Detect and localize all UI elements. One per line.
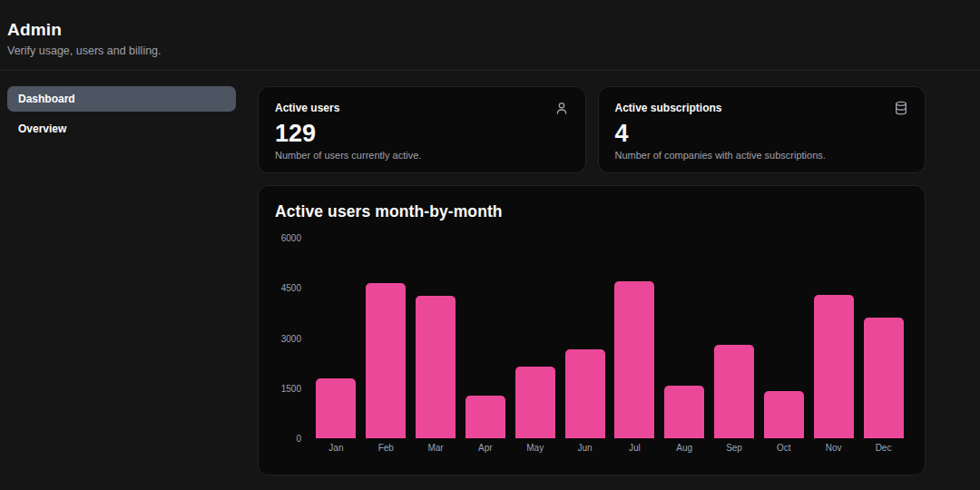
bar-slot-jan <box>311 238 361 438</box>
page-title: Admin <box>7 20 973 40</box>
stat-label: Active subscriptions <box>615 102 722 114</box>
bar-jun <box>565 349 605 438</box>
stats-row: Active users 129 Number of users current… <box>258 86 926 173</box>
y-tick-0: 0 <box>296 434 301 444</box>
bar-aug <box>664 386 704 438</box>
y-tick-3000: 3000 <box>281 333 301 343</box>
x-tick-feb: Feb <box>361 443 411 453</box>
x-tick-jul: Jul <box>610 443 660 453</box>
stat-description: Number of companies with active subscrip… <box>615 150 909 161</box>
bar-chart: 01500300045006000 JanFebMarAprMayJunJulA… <box>275 238 908 453</box>
bar-feb <box>366 283 406 438</box>
chart-plot: JanFebMarAprMayJunJulAugSepOctNovDec <box>311 238 908 453</box>
y-tick-1500: 1500 <box>281 383 301 393</box>
x-tick-dec: Dec <box>858 443 908 453</box>
y-tick-6000: 6000 <box>281 233 301 243</box>
sidebar-item-overview[interactable]: Overview <box>7 116 236 142</box>
active-subscriptions-card: Active subscriptions 4 Number of compani… <box>598 86 926 173</box>
bar-oct <box>764 391 804 438</box>
stat-value: 129 <box>275 121 569 148</box>
bar-slot-mar <box>411 238 461 438</box>
database-icon <box>894 101 908 115</box>
active-users-card: Active users 129 Number of users current… <box>258 86 586 173</box>
bar-slot-nov <box>808 238 858 438</box>
bar-jan <box>316 378 356 438</box>
bar-slot-jun <box>560 238 610 438</box>
stat-label: Active users <box>275 102 339 114</box>
y-tick-4500: 4500 <box>281 283 301 293</box>
sidebar: Dashboard Overview <box>7 86 236 475</box>
bar-slot-apr <box>460 238 510 438</box>
bar-slot-jul <box>610 238 660 438</box>
bar-apr <box>466 396 505 438</box>
bar-mar <box>416 296 456 438</box>
bar-slot-feb <box>361 238 411 438</box>
sidebar-item-label: Dashboard <box>18 93 75 105</box>
x-tick-mar: Mar <box>411 443 461 453</box>
bar-slot-sep <box>710 238 760 438</box>
bar-slot-oct <box>759 238 808 438</box>
stat-value: 4 <box>615 121 909 148</box>
sidebar-item-dashboard[interactable]: Dashboard <box>7 86 236 112</box>
bar-slot-dec <box>858 238 908 438</box>
bar-slot-may <box>510 238 560 438</box>
x-tick-jan: Jan <box>311 443 361 453</box>
content: Dashboard Overview Active users 129 <box>0 71 980 475</box>
x-tick-oct: Oct <box>759 443 808 453</box>
bar-jul <box>614 281 654 438</box>
y-axis: 01500300045006000 <box>275 238 311 438</box>
x-tick-aug: Aug <box>660 443 710 453</box>
x-tick-sep: Sep <box>710 443 760 453</box>
stat-description: Number of users currently active. <box>275 150 569 161</box>
x-tick-jun: Jun <box>560 443 610 453</box>
bars <box>311 238 908 438</box>
x-tick-may: May <box>510 443 560 453</box>
x-axis: JanFebMarAprMayJunJulAugSepOctNovDec <box>311 443 908 453</box>
bar-nov <box>814 295 854 438</box>
main-panel: Active users 129 Number of users current… <box>258 86 926 475</box>
x-tick-apr: Apr <box>460 443 510 453</box>
sidebar-item-label: Overview <box>18 122 66 135</box>
chart-title: Active users month-by-month <box>275 202 908 221</box>
user-icon <box>554 101 569 115</box>
x-tick-nov: Nov <box>808 443 858 453</box>
bar-slot-aug <box>660 238 710 438</box>
page-subtitle: Verify usage, users and billing. <box>7 44 973 57</box>
bar-sep <box>714 345 754 438</box>
bar-dec <box>864 318 904 438</box>
bar-may <box>515 367 555 438</box>
page-header: Admin Verify usage, users and billing. <box>0 0 980 57</box>
active-users-chart-card: Active users month-by-month 015003000450… <box>258 185 926 475</box>
